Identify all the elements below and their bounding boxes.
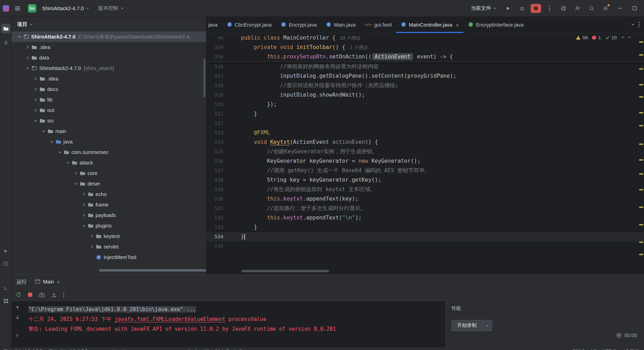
chevron-down-icon[interactable] [16, 35, 22, 39]
line-number[interactable]: 517 [206, 71, 231, 81]
warning-stripe-mark[interactable] [639, 254, 643, 255]
tree-item[interactable]: .idea [12, 42, 206, 52]
commit-tool-icon[interactable] [1, 38, 10, 47]
code-line[interactable]: 534} [206, 232, 644, 241]
code-line[interactable]: 533 } [206, 223, 644, 232]
services-tool-icon[interactable] [1, 296, 10, 306]
line-number[interactable]: 529 [206, 185, 231, 194]
more-actions-icon[interactable] [544, 3, 555, 14]
tree-item[interactable]: com.summersec [12, 147, 206, 158]
line-number[interactable]: 356 [206, 52, 231, 62]
chevron-right-icon[interactable] [33, 87, 38, 91]
line-number[interactable]: 535 [206, 241, 231, 251]
recording-options-chevron-icon[interactable] [482, 320, 492, 331]
project-panel-header[interactable]: 项目 [12, 17, 206, 31]
line-number[interactable]: 526 [206, 156, 231, 166]
code-line[interactable]: 529 //将生成的密钥追加到 keytxt 文本区域。 [206, 185, 644, 194]
line-number[interactable]: 521 [206, 109, 231, 119]
tree-item[interactable]: frame [12, 200, 206, 210]
code-with-me-icon[interactable] [572, 3, 583, 14]
arrow-up-icon[interactable] [15, 305, 20, 310]
tree-item[interactable]: servlet [12, 241, 206, 252]
code-line[interactable]: 523 @FXML [206, 128, 644, 138]
chevron-right-icon[interactable] [15, 333, 19, 337]
chevron-down-icon[interactable] [57, 150, 63, 154]
indent-style[interactable]: 4个空格 [622, 348, 639, 350]
warning-stripe-mark[interactable] [639, 173, 643, 175]
breadcrumb-item[interactable]: MainController [215, 348, 246, 350]
hamburger-menu-icon[interactable] [12, 3, 23, 14]
warning-stripe-mark[interactable] [639, 68, 643, 70]
tree-item[interactable]: lib [12, 94, 206, 105]
breadcrumb-item[interactable]: ShiroAttack2-4.7.0 [49, 348, 88, 350]
code-line[interactable]: 518 //显示对话框并阻塞等待用户操作（关闭后继续） [206, 81, 644, 90]
breadcrumb-item[interactable]: src [94, 348, 100, 350]
line-number[interactable]: 534 [206, 232, 231, 241]
terminal-tool-icon[interactable] [1, 284, 10, 293]
code-line[interactable]: 531 //追加换行，便于多次生成时分行显示。 [206, 204, 644, 213]
tree-item[interactable]: ShiroAttack2-4.7.0[shiro_attack] [12, 63, 206, 74]
run-tool-icon[interactable] [1, 246, 10, 256]
inspections-widget[interactable]: 56 1 10 [576, 35, 631, 40]
line-number[interactable]: 525 [206, 147, 231, 156]
mentions-icon[interactable]: @ [558, 3, 569, 14]
hidden-tabs-chevron-icon[interactable] [631, 22, 635, 28]
chevron-right-icon[interactable] [24, 45, 30, 49]
tree-item[interactable]: attack [12, 158, 206, 168]
tree-item[interactable]: out [12, 105, 206, 115]
run-icon[interactable] [503, 3, 514, 14]
chevron-right-icon[interactable] [81, 213, 87, 217]
tree-item[interactable]: echo [12, 189, 206, 200]
warning-stripe-mark[interactable] [639, 144, 643, 145]
minimize-button[interactable] [614, 3, 626, 14]
warning-stripe-mark[interactable] [639, 96, 643, 98]
code-line[interactable]: 521 } [206, 109, 644, 119]
encoding[interactable]: UTF-8 [603, 348, 616, 350]
chevron-right-icon[interactable] [33, 77, 38, 81]
chevron-right-icon[interactable] [73, 171, 79, 175]
tree-vertical-scrollbar[interactable] [203, 59, 205, 97]
warning-stripe-mark[interactable] [639, 241, 643, 243]
line-number[interactable]: 528 [206, 175, 231, 185]
breadcrumb-item[interactable]: UI [204, 348, 209, 350]
line-number[interactable]: 516 [206, 62, 231, 71]
tab-encryptinterface-java[interactable]: IEncryptInterface.java [463, 17, 528, 33]
debug-icon[interactable] [517, 3, 528, 14]
line-number[interactable]: 531 [206, 204, 231, 213]
code-line[interactable]: 516 //将组装好的网格布局设置为对话框内容 [206, 62, 644, 71]
stop-process-icon[interactable] [28, 292, 33, 297]
tab-encrypt-java[interactable]: CEncrypt.java [276, 17, 321, 33]
tree-item[interactable]: core [12, 168, 206, 178]
line-number[interactable]: 519 [206, 90, 231, 100]
tree-item[interactable]: data [12, 52, 206, 63]
chevron-right-icon[interactable] [81, 203, 87, 207]
warning-stripe-mark[interactable] [639, 84, 643, 85]
warning-stripe-mark[interactable] [639, 41, 643, 43]
problems-tool-icon[interactable] [1, 259, 10, 268]
code-line[interactable]: 519 inputDialog.showAndWait(); [206, 90, 644, 100]
console-output[interactable]: "C:\Program Files\Java\jdk1.8.0_201\bin\… [26, 301, 446, 347]
chevron-right-icon[interactable] [24, 56, 30, 60]
run-config-widget[interactable]: 当前文件 [468, 3, 500, 14]
tab-options-kebab-icon[interactable] [638, 22, 640, 28]
tree-item[interactable]: plugins [12, 220, 206, 231]
previous-problem-chevron-icon[interactable] [621, 35, 625, 40]
warning-stripe-mark[interactable] [639, 159, 643, 161]
code-line[interactable]: 526 KeyGenerator keyGenerator = new KeyG… [206, 156, 644, 166]
warning-stripe-mark[interactable] [639, 189, 643, 190]
caret-position[interactable]: 534:2 [573, 348, 584, 350]
rerun-icon[interactable] [16, 292, 21, 298]
tree-item[interactable]: ShiroAttack2-4.7.0C:\Users\奇怪的yasuo\Down… [12, 31, 206, 42]
next-problem-chevron-icon[interactable] [628, 35, 631, 40]
chevron-down-icon[interactable] [65, 161, 71, 165]
search-icon[interactable] [586, 3, 597, 14]
line-number[interactable]: 533 [206, 223, 231, 232]
tab-cbcencrypt-java[interactable]: CCbcEncrypt.java [222, 17, 276, 33]
code-line[interactable]: 517 inputDialog.getDialogPane().setConte… [206, 71, 644, 81]
chevron-right-icon[interactable] [81, 192, 87, 196]
line-number[interactable]: 524 [206, 138, 231, 147]
warning-stripe-mark[interactable] [639, 125, 643, 126]
chevron-right-icon[interactable] [33, 108, 38, 112]
tree-horizontal-scrollbar[interactable] [99, 269, 206, 272]
thread-dump-icon[interactable] [51, 292, 57, 298]
